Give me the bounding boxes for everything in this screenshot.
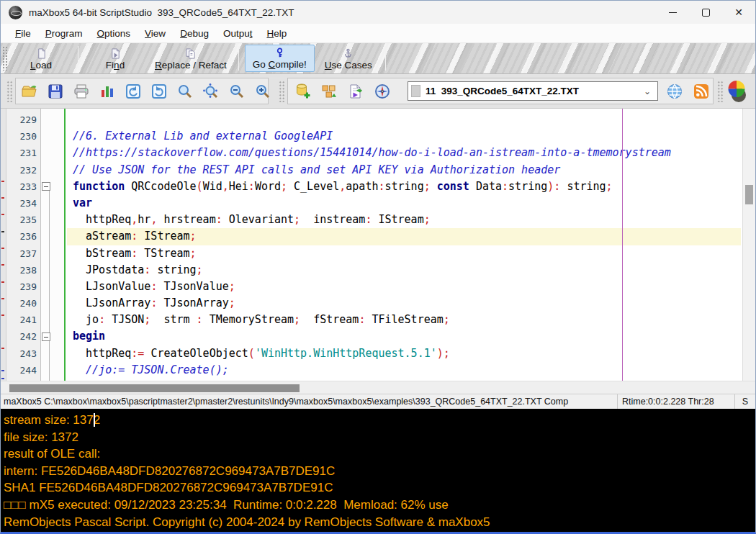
line-number: 237 <box>6 245 40 262</box>
code-line[interactable]: //6. External Lib and external GoogleAPI <box>67 128 741 145</box>
code-line[interactable]: function QRCcodeOle(Wid,Hei:Word; C_Leve… <box>67 178 741 195</box>
console-line: SHA1 FE526D46BA48DFD820276872C969473A7B7… <box>4 479 755 497</box>
line-number: 238 <box>6 262 40 279</box>
horizontal-scrollbar[interactable] <box>1 381 755 394</box>
text-caret <box>94 413 95 427</box>
line-number: 232 <box>6 162 40 178</box>
open-file-button[interactable] <box>21 82 38 100</box>
app-window: maXbox5 64-bit ScriptStudio 393_QRCode5_… <box>0 0 756 534</box>
save-button[interactable] <box>47 82 64 100</box>
usecases-icon <box>343 47 354 59</box>
console-line: result of OLE call: <box>4 445 755 463</box>
right-margin-line <box>622 109 623 381</box>
toolbar-grip[interactable] <box>279 81 285 102</box>
zoom-pan-button[interactable] <box>202 82 220 100</box>
status-flag: S <box>735 397 755 407</box>
line-number: 240 <box>6 295 40 312</box>
code-line[interactable]: aStream: IStream; <box>67 228 741 245</box>
console-line: □□□ mX5 executed: 09/12/2023 23:25:34 Ru… <box>4 497 755 514</box>
menu-item-debug[interactable]: Debug <box>173 26 216 41</box>
console-output[interactable]: stream size: 1372file size: 1372result o… <box>1 409 755 532</box>
code-line[interactable]: LJsonArray: TJsonArray; <box>67 295 741 312</box>
menu-item-help[interactable]: Help <box>259 26 294 41</box>
toolbar-grip[interactable] <box>2 46 7 71</box>
toolbar-button-usecases[interactable]: Use Cases <box>316 43 381 73</box>
menu-item-view[interactable]: View <box>138 26 173 41</box>
line-number: 239 <box>6 279 40 295</box>
menu-item-output[interactable]: Output <box>216 26 260 41</box>
web-button[interactable] <box>665 82 683 100</box>
script-item-icon <box>411 85 420 97</box>
script-selector-dropdown[interactable]: 11 393_QRCode5_64TXT_22.TXT ⌄ <box>408 81 658 101</box>
print-button[interactable] <box>73 82 90 100</box>
line-number: 235 <box>6 212 40 228</box>
open-folder-icon <box>21 83 38 100</box>
code-line[interactable]: //https://stackoverflow.com/questions/15… <box>67 145 741 161</box>
undo-button[interactable] <box>125 82 142 100</box>
code-line[interactable]: var <box>67 195 741 212</box>
code-line[interactable]: begin <box>67 328 741 345</box>
maxbox-ball-button[interactable] <box>725 78 750 104</box>
bricks-arrow-icon <box>320 83 338 100</box>
toolbar-button-find[interactable]: Find <box>83 43 148 73</box>
line-number: 243 <box>6 345 40 362</box>
compass-button[interactable] <box>373 82 391 100</box>
line-number: 229 <box>6 112 40 128</box>
export-run-button[interactable] <box>346 82 364 100</box>
toolbar-button-replace[interactable]: Replace / Refact <box>148 43 234 73</box>
toolbar-button-compile[interactable]: Go Compile! <box>245 45 315 72</box>
toolbar-button-load[interactable]: Load <box>9 43 73 73</box>
vertical-scrollbar[interactable] <box>742 109 755 381</box>
color-ball-icon <box>725 78 750 104</box>
window-controls: ✕ <box>656 1 755 24</box>
database-add-button[interactable] <box>293 82 311 100</box>
main-toolbar: LoadFindReplace / RefactGo Compile!Use C… <box>1 42 755 74</box>
rss-button[interactable] <box>692 82 710 100</box>
zoom-in-button[interactable] <box>254 82 271 100</box>
rss-feed-icon <box>693 83 710 100</box>
toolbar-separator <box>385 46 386 71</box>
menu-item-file[interactable]: File <box>8 26 38 41</box>
magnifier-icon <box>176 83 194 100</box>
title-bar: maXbox5 64-bit ScriptStudio 393_QRCode5_… <box>1 1 755 24</box>
close-button[interactable]: ✕ <box>722 1 755 24</box>
code-editor[interactable]: 2292302312322332342352362372382392402412… <box>1 109 755 381</box>
code-line[interactable]: LJsonValue: TJsonValue; <box>67 279 741 295</box>
chart-button[interactable] <box>99 82 116 100</box>
status-bar: maXbox5 C:\maxbox\maxbox5\pascriptmaster… <box>1 394 755 409</box>
compass-icon <box>374 83 391 100</box>
icon-group-file <box>15 78 269 104</box>
replace-icon <box>185 47 196 59</box>
code-line[interactable]: jo: TJSON; strm : TMemoryStream; fStream… <box>67 312 741 328</box>
code-text-area[interactable]: //6. External Lib and external GoogleAPI… <box>67 109 741 381</box>
menu-item-options[interactable]: Options <box>90 26 138 41</box>
horizontal-scrollbar-thumb[interactable] <box>9 384 300 392</box>
fold-connector-line <box>49 191 50 381</box>
zoom-out-button[interactable] <box>228 82 246 100</box>
code-line[interactable]: JPostdata: string; <box>67 262 741 279</box>
code-line[interactable] <box>67 112 741 128</box>
fold-collapse-icon[interactable] <box>42 332 50 341</box>
toolbar-button-label: Use Cases <box>325 60 372 71</box>
code-line[interactable]: // Use JSON for the REST API calls and s… <box>67 162 741 178</box>
maximize-button[interactable] <box>689 1 722 24</box>
line-number: 244 <box>6 362 40 379</box>
code-line[interactable]: bStream: TStream; <box>67 245 741 262</box>
script-selector-value: 11 393_QRCode5_64TXT_22.TXT <box>426 86 579 96</box>
printer-icon <box>73 83 90 100</box>
code-line[interactable]: //jo:= TJSON.Create(); <box>67 362 741 379</box>
zoom-button[interactable] <box>176 82 194 100</box>
toolbar-grip[interactable] <box>6 81 13 102</box>
code-line[interactable]: httpReq,hr, hrstream: Olevariant; instre… <box>67 212 741 228</box>
fold-collapse-icon[interactable] <box>42 182 50 191</box>
console-line: RemObjects Pascal Script. Copyright (c) … <box>4 514 755 531</box>
menu-item-program[interactable]: Program <box>38 26 90 41</box>
magnifier-minus-icon <box>228 83 246 100</box>
code-line[interactable]: httpReq:= CreateOleObject('WinHttp.WinHt… <box>67 345 741 362</box>
refactor-button[interactable] <box>320 82 338 100</box>
redo-button[interactable] <box>150 82 168 100</box>
vertical-scrollbar-thumb[interactable] <box>745 185 753 204</box>
minimize-button[interactable] <box>656 1 689 24</box>
gutter-separator <box>64 109 66 381</box>
toolbar-grip[interactable] <box>717 81 724 102</box>
